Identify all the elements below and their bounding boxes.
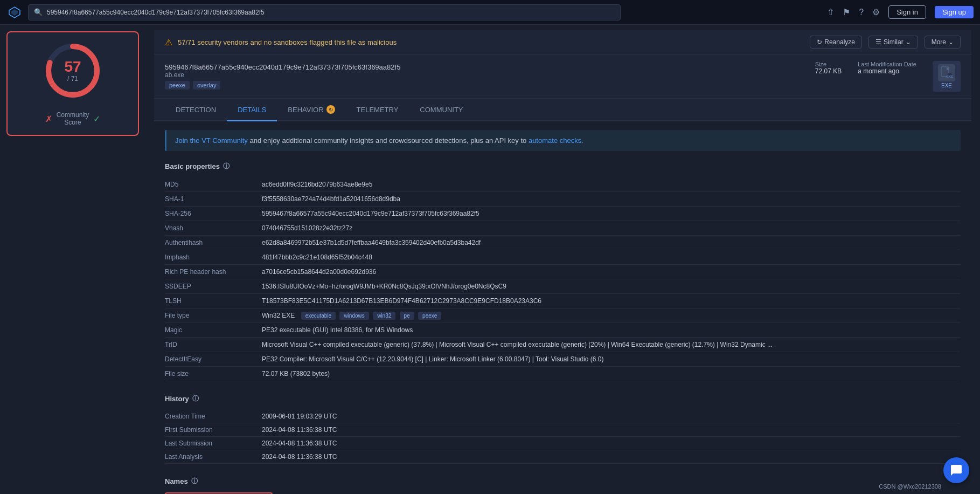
table-row: TLSH T18573BF83E5C41175D1A6213D67B13EB6D… [165, 294, 961, 308]
prop-val-richpe: a7016ce5cb15a8644d2a00d0e692d936 [262, 265, 961, 279]
tag-peexe2[interactable]: peexe [418, 312, 441, 320]
prop-key-tlsh: TLSH [165, 294, 262, 308]
file-type-icon: EXE [938, 64, 955, 81]
alert-bar: ⚠ 57/71 security vendors and no sandboxe… [154, 30, 971, 54]
table-row: TrID Microsoft Visual C++ compiled execu… [165, 338, 961, 352]
prop-val-magic: PE32 executable (GUI) Intel 80386, for M… [262, 323, 961, 338]
prop-key-ssdeep: SSDEEP [165, 279, 262, 294]
prop-val-tlsh: T18573BF83E5C41175D1A6213D67B13EB6D974F4… [262, 294, 961, 308]
table-row: MD5 ac6edd0ff9c3216bd2079b634ae8e9e5 [165, 177, 961, 192]
table-row: File size 72.07 KB (73802 bytes) [165, 367, 961, 381]
prop-val-authentihash: e62d8a8469972b51e37b1d5d7feffbaa4649bfa3… [262, 236, 961, 250]
signup-button[interactable]: Sign up [935, 6, 974, 18]
file-name: ab.exe [165, 71, 807, 79]
file-meta: Size 72.07 KB Last Modification Date a m… [815, 61, 961, 92]
tab-telemetry[interactable]: TELEMETRY [346, 99, 409, 121]
more-button[interactable]: More ⌄ [925, 36, 961, 49]
tag-overlay[interactable]: overlay [193, 81, 220, 90]
tag-peexe[interactable]: peexe [165, 81, 190, 90]
search-input[interactable] [47, 9, 615, 16]
join-community-link[interactable]: Join the VT Community [175, 136, 248, 145]
table-row: Last Submission 2024-04-08 11:36:38 UTC [165, 437, 961, 450]
history-table: Creation Time 2009-06-01 19:03:29 UTC Fi… [165, 410, 961, 464]
automate-checks-link[interactable]: automate checks. [529, 136, 583, 145]
table-row: DetectItEasy PE32 Compiler: Microsoft Vi… [165, 352, 961, 367]
names-title: Names ⓘ [165, 477, 961, 486]
prop-key-authentihash: Authentihash [165, 236, 262, 250]
prop-key-magic: Magic [165, 323, 262, 338]
right-panel: ⚠ 57/71 security vendors and no sandboxe… [145, 25, 980, 494]
table-row: Vhash 074046755d151028z2e32tz27z [165, 221, 961, 236]
size-value: 72.07 KB [815, 67, 842, 75]
table-row: Creation Time 2009-06-01 19:03:29 UTC [165, 410, 961, 423]
prop-val-md5: ac6edd0ff9c3216bd2079b634ae8e9e5 [262, 177, 961, 192]
score-donut: 57 / 71 [43, 41, 102, 100]
prop-key-sha256: SHA-256 [165, 207, 262, 221]
settings-icon[interactable]: ⚙ [872, 7, 880, 17]
file-info-bar: 5959467f8a66577a55c940ecc2040d179c9e712a… [154, 54, 971, 99]
hist-key-last-sub: Last Submission [165, 437, 262, 450]
behavior-badge: ↻ [326, 105, 335, 114]
logo[interactable] [6, 4, 23, 20]
tab-detection[interactable]: DETECTION [165, 99, 227, 121]
score-card: 57 / 71 ✗ Community Score ✓ [6, 31, 139, 136]
negative-icon: ✗ [45, 114, 52, 124]
signin-button[interactable]: Sign in [888, 5, 926, 19]
hist-val-last-sub: 2024-04-08 11:36:38 UTC [262, 437, 961, 450]
upload-icon[interactable]: ⇧ [827, 7, 834, 17]
file-icon-label: EXE [941, 83, 952, 88]
prop-key-filesize: File size [165, 367, 262, 381]
history-info-icon[interactable]: ⓘ [192, 394, 199, 403]
history-section: History ⓘ Creation Time 2009-06-01 19:03… [165, 394, 961, 464]
prop-val-imphash: 481f47bbb2c9c21e108d65f52b04c448 [262, 250, 961, 265]
tag-executable[interactable]: executable [301, 312, 336, 320]
alert-actions: ↻ Reanalyze ☰ Similar ⌄ More ⌄ [810, 36, 961, 49]
community-score-row: ✗ Community Score ✓ [45, 111, 101, 126]
table-row: Magic PE32 executable (GUI) Intel 80386,… [165, 323, 961, 338]
names-info-icon[interactable]: ⓘ [191, 477, 198, 486]
prop-key-filetype: File type [165, 308, 262, 323]
content-area: Join the VT Community and enjoy addition… [154, 121, 971, 494]
chevron-down-icon: ⌄ [906, 38, 911, 46]
alert-icon: ⚠ [165, 37, 172, 47]
hist-val-creation: 2009-06-01 19:03:29 UTC [262, 410, 961, 423]
score-panel: 57 / 71 ✗ Community Score ✓ [0, 25, 145, 494]
table-row: Imphash 481f47bbb2c9c21e108d65f52b04c448 [165, 250, 961, 265]
flag-icon[interactable]: ⚑ [843, 7, 850, 17]
reanalyze-button[interactable]: ↻ Reanalyze [810, 36, 862, 49]
prop-key-trid: TrID [165, 338, 262, 352]
table-row: SSDEEP 1536:ISfu8UlOoVz+Mo+hz/orogW9JMb+… [165, 279, 961, 294]
prop-val-vhash: 074046755d151028z2e32tz27z [262, 221, 961, 236]
tab-community[interactable]: COMMUNITY [409, 99, 474, 121]
score-total: / 71 [67, 75, 78, 83]
tag-windows[interactable]: windows [339, 312, 369, 320]
search-bar[interactable]: 🔍 [28, 4, 621, 20]
chat-button[interactable] [943, 457, 969, 483]
table-row: File type Win32 EXE executable windows w… [165, 308, 961, 323]
table-row: First Submission 2024-04-08 11:36:38 UTC [165, 423, 961, 437]
watermark: CSDN @Wxc20212308 [879, 483, 941, 490]
properties-table: MD5 ac6edd0ff9c3216bd2079b634ae8e9e5 SHA… [165, 177, 961, 381]
tab-behavior[interactable]: BEHAVIOR ↻ [277, 99, 345, 121]
tag-win32[interactable]: win32 [373, 312, 395, 320]
community-notice: Join the VT Community and enjoy addition… [165, 130, 961, 151]
info-icon[interactable]: ⓘ [223, 162, 230, 171]
help-icon[interactable]: ? [859, 8, 864, 17]
modification-value: a moment ago [858, 67, 916, 75]
prop-val-filesize: 72.07 KB (73802 bytes) [262, 367, 961, 381]
basic-properties-section: Basic properties ⓘ MD5 ac6edd0ff9c3216bd… [165, 162, 961, 381]
prop-key-vhash: Vhash [165, 221, 262, 236]
topbar-actions: ⇧ ⚑ ? ⚙ Sign in Sign up [827, 5, 974, 19]
positive-icon: ✓ [93, 114, 100, 124]
modification-label: Last Modification Date [858, 61, 916, 67]
tab-details[interactable]: DETAILS [227, 99, 277, 121]
table-row: SHA-1 f3f5558630ae724a74d4bfd1a52041656d… [165, 192, 961, 207]
hist-key-creation: Creation Time [165, 410, 262, 423]
size-label: Size [815, 61, 842, 67]
similar-icon: ☰ [875, 38, 881, 46]
similar-button[interactable]: ☰ Similar ⌄ [868, 36, 918, 49]
prop-val-filetype: Win32 EXE executable windows win32 pe pe… [262, 308, 961, 323]
topbar: 🔍 ⇧ ⚑ ? ⚙ Sign in Sign up [0, 0, 980, 25]
prop-key-imphash: Imphash [165, 250, 262, 265]
tag-pe[interactable]: pe [400, 312, 414, 320]
